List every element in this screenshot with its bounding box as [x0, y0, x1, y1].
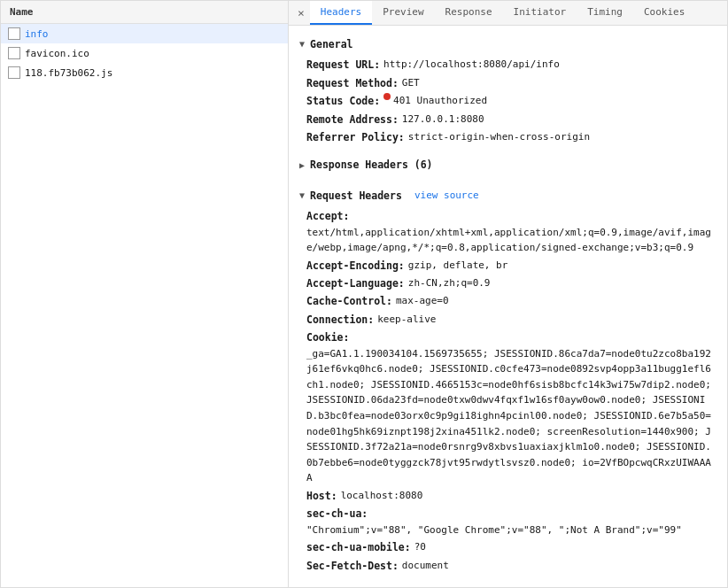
sec-fetch-dest-value: document [402, 558, 449, 574]
general-section-content: Request URL: http://localhost:8080/api/i… [299, 56, 716, 146]
accept-language-label: Accept-Language: [306, 275, 405, 291]
cookie-value: _ga=GA1.1.190034104.1569735655; JSESSION… [306, 346, 716, 486]
accept-encoding-label: Accept-Encoding: [306, 258, 405, 274]
request-headers-section: ▼ Request Headers view source Accept: te… [299, 184, 716, 575]
status-dot-icon [383, 93, 391, 100]
sec-ch-ua-mobile-value: ?0 [414, 539, 426, 555]
view-source-link[interactable]: view source [414, 188, 479, 204]
field-connection: Connection: keep-alive [306, 311, 716, 329]
cache-control-label: Cache-Control: [306, 293, 392, 309]
tab-response[interactable]: Response [435, 1, 503, 25]
remote-address-label: Remote Address: [306, 112, 399, 128]
file-item-118[interactable]: 118.fb73b062.js [1, 63, 288, 82]
status-code-label: Status Code: [306, 93, 380, 109]
file-name-118: 118.fb73b062.js [25, 67, 112, 79]
detail-panel: × Headers Preview Response Initiator Tim… [289, 1, 727, 587]
request-method-value: GET [402, 75, 420, 91]
file-list-panel: Name info favicon.ico 118.fb73b062.js [1, 1, 289, 587]
tab-preview[interactable]: Preview [372, 1, 434, 25]
response-headers-section-title: Response Headers (6) [310, 157, 432, 173]
file-icon [8, 27, 20, 40]
file-name-favicon: favicon.ico [25, 48, 89, 59]
accept-language-value: zh-CN,zh;q=0.9 [408, 275, 491, 291]
tab-headers[interactable]: Headers [310, 1, 372, 25]
remote-address-value: 127.0.0.1:8080 [402, 112, 484, 128]
headers-content: ▼ General Request URL: http://localhost:… [289, 26, 727, 587]
referrer-policy-label: Referrer Policy: [306, 129, 405, 145]
host-label: Host: [306, 488, 337, 504]
field-status-code: Status Code: 401 Unauthorized [306, 92, 716, 110]
accept-label: Accept: [306, 208, 349, 224]
connection-value: keep-alive [377, 312, 436, 328]
field-sec-ch-ua: sec-ch-ua: "Chromium";v="88", "Google Ch… [306, 505, 716, 538]
general-section-title: General [310, 36, 352, 52]
expand-arrow-icon: ▼ [299, 189, 305, 203]
tab-timing[interactable]: Timing [577, 1, 633, 25]
field-cache-control: Cache-Control: max-age=0 [306, 292, 716, 310]
accept-encoding-value: gzip, deflate, br [408, 258, 508, 274]
file-icon [8, 47, 20, 59]
field-accept: Accept: text/html,application/xhtml+xml,… [306, 207, 716, 257]
cookie-label: Cookie: [306, 329, 349, 345]
field-sec-ch-ua-mobile: sec-ch-ua-mobile: ?0 [306, 538, 716, 556]
request-url-value: http://localhost:8080/api/info [383, 57, 560, 73]
field-sec-fetch-dest: Sec-Fetch-Dest: document [306, 557, 716, 575]
field-request-url: Request URL: http://localhost:8080/api/i… [306, 56, 716, 74]
request-headers-content: Accept: text/html,application/xhtml+xml,… [299, 207, 716, 575]
status-code-value: 401 Unauthorized [393, 93, 487, 109]
response-headers-section: ▶ Response Headers (6) [299, 153, 716, 176]
field-accept-encoding: Accept-Encoding: gzip, deflate, br [306, 257, 716, 275]
sec-ch-ua-value: "Chromium";v="88", "Google Chrome";v="88… [306, 522, 682, 538]
sec-fetch-dest-label: Sec-Fetch-Dest: [306, 558, 399, 574]
request-url-label: Request URL: [306, 57, 380, 73]
file-icon [8, 66, 20, 79]
file-item-info[interactable]: info [1, 24, 288, 43]
host-value: localhost:8080 [341, 488, 423, 504]
file-item-favicon[interactable]: favicon.ico [1, 43, 288, 63]
referrer-policy-value: strict-origin-when-cross-origin [408, 129, 590, 145]
accept-value: text/html,application/xhtml+xml,applicat… [306, 225, 716, 256]
tabs-bar: × Headers Preview Response Initiator Tim… [289, 1, 727, 26]
field-accept-language: Accept-Language: zh-CN,zh;q=0.9 [306, 275, 716, 292]
file-name-info: info [25, 28, 49, 40]
field-host: Host: localhost:8080 [306, 487, 716, 505]
general-section: ▼ General Request URL: http://localhost:… [299, 33, 716, 146]
sec-ch-ua-label: sec-ch-ua: [306, 506, 368, 522]
field-referrer-policy: Referrer Policy: strict-origin-when-cros… [306, 128, 716, 146]
response-headers-section-header[interactable]: ▶ Response Headers (6) [299, 153, 716, 176]
request-method-label: Request Method: [306, 75, 399, 91]
sec-ch-ua-mobile-label: sec-ch-ua-mobile: [306, 539, 411, 555]
expand-arrow-icon: ▶ [299, 159, 305, 173]
close-button[interactable]: × [292, 2, 310, 24]
field-request-method: Request Method: GET [306, 74, 716, 92]
tab-cookies[interactable]: Cookies [633, 1, 695, 25]
request-headers-section-header[interactable]: ▼ Request Headers view source [299, 184, 716, 207]
field-remote-address: Remote Address: 127.0.0.1:8080 [306, 111, 716, 128]
request-headers-section-title: Request Headers [310, 188, 402, 204]
file-list-header: Name [1, 1, 288, 24]
expand-arrow-icon: ▼ [299, 37, 305, 51]
field-cookie: Cookie: _ga=GA1.1.190034104.1569735655; … [306, 329, 716, 487]
cache-control-value: max-age=0 [396, 293, 449, 309]
general-section-header[interactable]: ▼ General [299, 33, 716, 56]
tab-initiator[interactable]: Initiator [503, 1, 577, 25]
connection-label: Connection: [306, 312, 374, 328]
